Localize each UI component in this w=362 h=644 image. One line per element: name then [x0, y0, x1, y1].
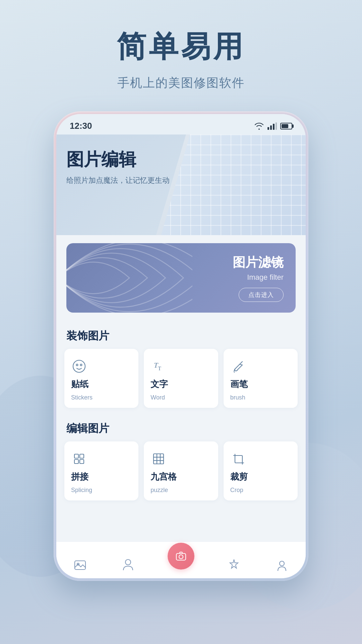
feature-card-word[interactable]: T T 文字 Word: [144, 349, 218, 408]
svg-rect-13: [154, 454, 164, 464]
nav-item-person[interactable]: [120, 557, 136, 573]
section-title-decorate: 装饰图片: [56, 321, 306, 349]
phone-mockup: 12:30: [54, 111, 308, 581]
nav-item-profile[interactable]: [274, 557, 290, 573]
phone-inner: 12:30: [56, 114, 306, 578]
feature-card-stickers[interactable]: 贴纸 Stickers: [64, 349, 138, 408]
section-title-decorate-part1: 装饰: [66, 330, 88, 342]
text-icon: T T: [150, 358, 167, 374]
svg-point-21: [125, 559, 131, 565]
crop-name-en: Crop: [230, 487, 243, 494]
svg-point-6: [80, 364, 82, 366]
filter-banner[interactable]: 图片滤镜 Image filter 点击进入: [66, 243, 296, 313]
svg-point-4: [73, 360, 85, 372]
feature-card-crop[interactable]: 裁剪 Crop: [224, 441, 298, 500]
section-title-edit-part2: 图片: [88, 422, 109, 434]
svg-rect-10: [80, 454, 84, 458]
svg-point-24: [280, 561, 284, 566]
stickers-name-en: Stickers: [71, 394, 93, 401]
svg-rect-11: [74, 460, 78, 464]
page-subtitle: 手机上的美图修图软件: [117, 75, 245, 91]
filter-enter-button[interactable]: 点击进入: [239, 288, 284, 302]
nav-center-camera-button[interactable]: [168, 543, 194, 570]
phone-scroll-area[interactable]: 图片编辑 给照片加点魔法，让记忆更生动: [56, 135, 306, 541]
section-title-edit-part1: 编辑: [66, 422, 88, 434]
svg-rect-2: [273, 124, 275, 130]
svg-point-23: [179, 555, 183, 559]
puzzle-icon: [150, 451, 167, 467]
splicing-name-zh: 拼接: [71, 471, 88, 483]
svg-point-5: [76, 364, 78, 366]
filter-banner-content: 图片滤镜 Image filter 点击进入: [233, 254, 284, 302]
svg-rect-1: [270, 125, 272, 130]
word-name-zh: 文字: [150, 378, 168, 390]
person-icon: [120, 557, 136, 573]
svg-rect-0: [267, 127, 269, 130]
status-bar: 12:30: [56, 114, 306, 135]
page-headline: 简单易用: [117, 27, 245, 67]
svg-rect-9: [74, 454, 78, 458]
gallery-icon: [72, 557, 88, 573]
nav-item-effects[interactable]: [226, 557, 242, 573]
profile-icon: [274, 557, 290, 573]
status-time: 12:30: [70, 121, 92, 131]
brush-icon: [230, 358, 246, 374]
status-icons: [254, 122, 292, 130]
edit-feature-grid: 拼接 Splicing 九宫格 puzzle: [56, 441, 306, 506]
splice-icon: [71, 451, 87, 467]
sticker-icon: [71, 358, 87, 374]
brush-name-zh: 画笔: [230, 378, 248, 390]
splicing-name-en: Splicing: [71, 487, 92, 494]
svg-rect-12: [80, 460, 84, 464]
brush-name-en: brush: [230, 394, 245, 401]
hero-description: 给照片加点魔法，让记忆更生动: [66, 175, 170, 186]
feature-card-puzzle[interactable]: 九宫格 puzzle: [144, 441, 218, 500]
svg-rect-3: [276, 122, 277, 130]
feature-card-splicing[interactable]: 拼接 Splicing: [64, 441, 138, 500]
section-title-decorate-part2: 图片: [88, 330, 109, 342]
svg-rect-19: [75, 561, 85, 570]
page-content: 简单易用 手机上的美图修图软件 12:30: [0, 0, 362, 581]
hero-title: 图片编辑: [66, 148, 170, 171]
crop-icon: [230, 451, 246, 467]
word-name-en: Word: [150, 394, 165, 401]
bottom-nav: [56, 541, 306, 578]
svg-rect-18: [235, 455, 242, 463]
feature-card-brush[interactable]: 画笔 brush: [224, 349, 298, 408]
stickers-name-zh: 贴纸: [71, 378, 88, 390]
filter-subtitle: Image filter: [233, 273, 284, 282]
filter-title: 图片滤镜: [233, 254, 284, 271]
hero-text: 图片编辑 给照片加点魔法，让记忆更生动: [66, 148, 170, 186]
section-title-edit: 编辑图片: [56, 413, 306, 441]
puzzle-name-zh: 九宫格: [150, 471, 177, 483]
hero-section: 图片编辑 给照片加点魔法，让记忆更生动: [56, 135, 306, 235]
svg-text:T: T: [158, 366, 161, 371]
signal-icon: [267, 122, 277, 130]
wifi-icon: [254, 122, 264, 130]
crop-name-zh: 裁剪: [230, 471, 248, 483]
battery-icon: [280, 123, 292, 129]
effects-icon: [226, 557, 242, 573]
decorate-feature-grid: 贴纸 Stickers T T 文字 Word: [56, 349, 306, 413]
puzzle-name-en: puzzle: [150, 487, 168, 494]
filter-waves: [66, 243, 192, 313]
camera-icon: [175, 550, 187, 562]
nav-item-gallery[interactable]: [72, 557, 88, 573]
